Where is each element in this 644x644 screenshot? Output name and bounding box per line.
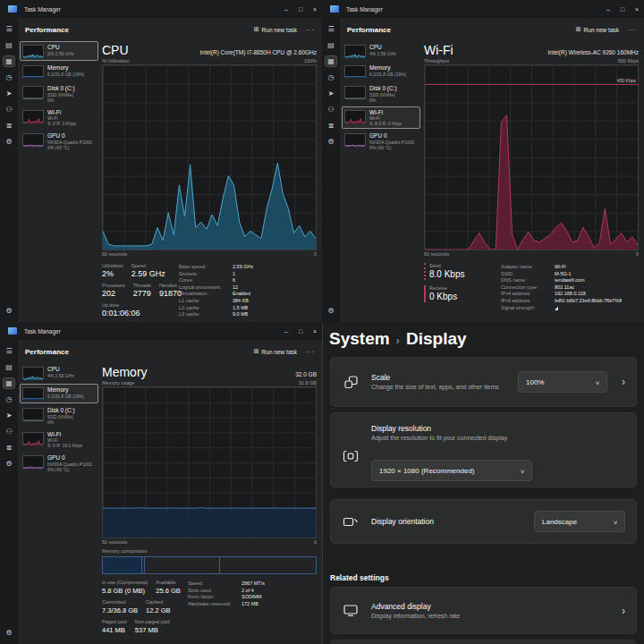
display-orientation-card[interactable]: Display orientation Landscape ∨ [330, 499, 637, 544]
run-new-task-button[interactable]: ⊞Run new task [254, 348, 297, 355]
menu-icon[interactable]: ☰ [3, 345, 15, 357]
detail-label: Virtualization: [179, 291, 233, 298]
minimize-button[interactable]: – [279, 0, 293, 18]
sidebar-item-memory[interactable]: Memory6.2/31.8 GB (19%) [20, 62, 98, 81]
stat-value: 0:01:06:06 [102, 309, 140, 318]
scale-dropdown[interactable]: 100% ∨ [518, 371, 607, 393]
sidebar-item-disk[interactable]: Disk 0 (C:)SSD (NVMe)0% [20, 82, 98, 106]
sidebar-item-wifi[interactable]: Wi-FiWi-FiS: 0 R: 0 Kbps [20, 106, 98, 130]
sidebar-item-disk[interactable]: Disk 0 (C:)SSD (NVMe)0% [20, 404, 98, 428]
page-title: Performance [347, 26, 391, 34]
details-icon[interactable]: ≣ [3, 120, 15, 131]
stat-value: 12.2 GB [146, 606, 171, 615]
panel-title: CPU [102, 44, 129, 57]
memory-mini-chart [344, 65, 366, 78]
wifi-throughput-chart: 450 Kbps [424, 64, 639, 250]
detail-row: Adapter name:Wi-Fi [501, 264, 639, 271]
services-icon[interactable]: ⚙ [325, 136, 337, 148]
processes-icon[interactable]: ▤ [3, 361, 15, 373]
related-settings-header: Related settings [330, 573, 389, 582]
more-options-button[interactable]: ··· [628, 27, 637, 33]
chevron-down-icon: ∨ [595, 379, 600, 386]
sidebar-item-memory[interactable]: Memory6.2/31.8 GB (19%) [342, 62, 420, 81]
processes-icon[interactable]: ▤ [325, 39, 337, 51]
users-icon[interactable]: ⚇ [325, 104, 337, 115]
stat-label: Available [156, 580, 181, 586]
maximize-button[interactable]: □ [615, 0, 630, 18]
sidebar-item-gpu[interactable]: GPU 0NVIDIA Quadro P10006% (43 °C) [342, 130, 420, 153]
window-title: Task Manager [346, 6, 383, 13]
users-icon[interactable]: ⚇ [3, 426, 15, 437]
close-button[interactable]: × [308, 0, 322, 18]
axis-label: 100% [304, 58, 317, 64]
wifi-mini-chart [22, 110, 44, 123]
sidebar-item-sub: 4% 2.59 GHz [47, 373, 74, 378]
maximize-button[interactable]: □ [293, 0, 308, 18]
advanced-display-desc: Display information, refresh rate [371, 612, 586, 620]
app-history-icon[interactable]: ◷ [325, 72, 337, 83]
display-resolution-card[interactable]: Display resolution Adjust the resolution… [330, 412, 637, 487]
sidebar-item-disk[interactable]: Disk 0 (C:)SSD (NVMe)0% [342, 82, 420, 106]
display-resolution-desc: Adjust the resolution to fit your connec… [371, 434, 604, 442]
page-header: Performance ⊞Run new task ··· [0, 340, 322, 363]
detail-value: 9.0 MB [233, 311, 248, 318]
sidebar-item-gpu[interactable]: GPU 0NVIDIA Quadro P10006% (43 °C) [20, 452, 98, 475]
close-button[interactable]: × [308, 322, 322, 340]
settings-gear-icon[interactable]: ⚙ [3, 305, 15, 317]
scale-setting-card[interactable]: Scale Change the size of text, apps, and… [330, 357, 637, 407]
sidebar-item-cpu[interactable]: CPU4% 2.59 GHz [342, 41, 420, 61]
detail-label: IPv6 address: [501, 298, 555, 305]
performance-icon[interactable]: ▦ [325, 55, 337, 67]
sidebar-item-wifi[interactable]: Wi-FiWi-FiS: 8.0 R: 0 Kbps [342, 106, 420, 130]
performance-icon[interactable]: ▦ [3, 55, 15, 67]
services-icon[interactable]: ⚙ [3, 458, 15, 470]
stat-row: Up time0:01:06:06 [102, 302, 179, 318]
run-new-task-button[interactable]: ⊞Run new task [254, 26, 297, 33]
processes-icon[interactable]: ▤ [3, 39, 15, 51]
services-icon[interactable]: ⚙ [3, 136, 15, 148]
stat-row: In use (Compressed)5.8 GB (0 MB)Availabl… [102, 580, 188, 596]
stat-value: 537 MB [135, 625, 170, 635]
detail-value: M-5G-1 [555, 271, 572, 278]
performance-icon[interactable]: ▦ [3, 377, 15, 389]
sidebar-item-wifi[interactable]: Wi-FiWi-FiS: 0 R: 16.0 Kbps [20, 428, 98, 452]
menu-icon[interactable]: ☰ [325, 23, 337, 35]
details-icon[interactable]: ≣ [325, 120, 337, 131]
maximize-button[interactable]: □ [293, 322, 308, 340]
breadcrumb-system[interactable]: System [329, 329, 390, 349]
app-history-icon[interactable]: ◷ [3, 394, 15, 405]
run-new-task-button[interactable]: ⊞Run new task [576, 26, 619, 33]
settings-gear-icon[interactable]: ⚙ [325, 305, 337, 317]
sidebar-item-cpu[interactable]: CPU4% 2.59 GHz [20, 363, 98, 383]
minimize-button[interactable]: – [279, 322, 293, 340]
startup-apps-icon[interactable]: ➤ [325, 88, 337, 99]
chevron-right-icon[interactable]: › [622, 376, 625, 388]
menu-icon[interactable]: ☰ [3, 23, 15, 35]
details-icon[interactable]: ≣ [3, 442, 15, 453]
run-new-task-label: Run new task [262, 27, 297, 33]
app-history-icon[interactable]: ◷ [3, 72, 15, 83]
sidebar-item-memory[interactable]: Memory6.2/31.8 GB (19%) [20, 384, 98, 403]
advanced-display-card[interactable]: Advanced display Display information, re… [330, 587, 637, 634]
detail-row: Signal strength:◢ [501, 305, 639, 312]
close-button[interactable]: × [630, 0, 644, 18]
stat-row: Committed7.3/36.8 GBCached12.2 GB [102, 599, 188, 615]
orientation-dropdown[interactable]: Landscape ∨ [534, 511, 625, 532]
startup-apps-icon[interactable]: ➤ [3, 410, 15, 421]
stat-cell: Paged pool441 MB [102, 619, 127, 635]
stat-label: Up time [102, 302, 140, 309]
sidebar-item-cpu[interactable]: CPU2% 2.59 GHz [20, 41, 98, 61]
more-options-button[interactable]: ··· [306, 27, 315, 33]
more-options-button[interactable]: ··· [306, 349, 315, 355]
resolution-dropdown[interactable]: 1920 × 1080 (Recommended) ∨ [371, 460, 532, 481]
gpu-mini-chart [22, 455, 44, 468]
settings-gear-icon[interactable]: ⚙ [3, 627, 15, 639]
cpu-utilization-chart [102, 64, 317, 250]
page-title: Performance [25, 348, 69, 356]
startup-apps-icon[interactable]: ➤ [3, 88, 15, 99]
chevron-right-icon[interactable]: › [622, 605, 625, 617]
disk-mini-chart [22, 408, 44, 420]
users-icon[interactable]: ⚇ [3, 104, 15, 115]
sidebar-item-gpu[interactable]: GPU 0NVIDIA Quadro P10000% (43 °C) [20, 130, 98, 153]
minimize-button[interactable]: – [601, 0, 615, 18]
